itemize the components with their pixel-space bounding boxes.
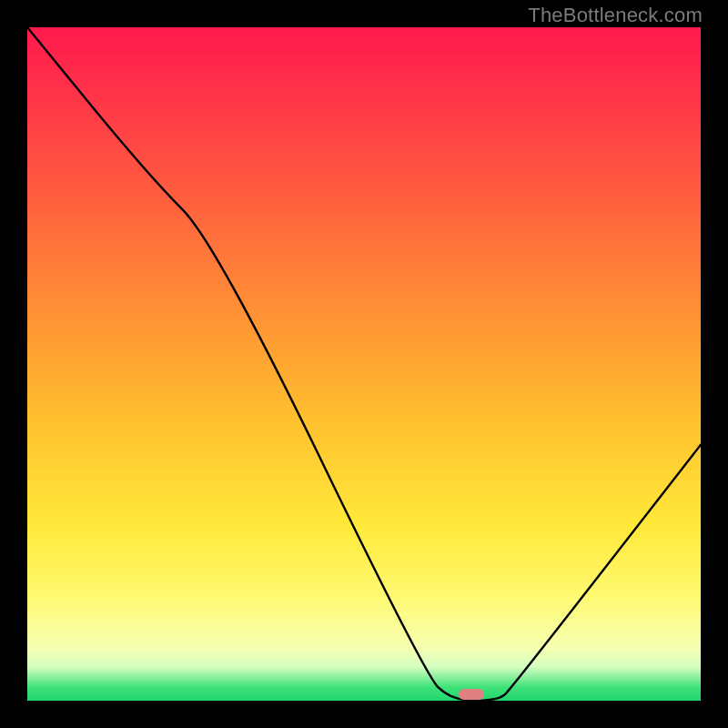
chart-plot-area <box>27 27 701 701</box>
optimal-marker <box>459 689 484 700</box>
watermark-text: TheBottleneck.com <box>528 4 703 27</box>
bottleneck-curve <box>27 27 701 701</box>
curve-path <box>27 27 701 701</box>
chart-frame: TheBottleneck.com <box>0 0 728 728</box>
